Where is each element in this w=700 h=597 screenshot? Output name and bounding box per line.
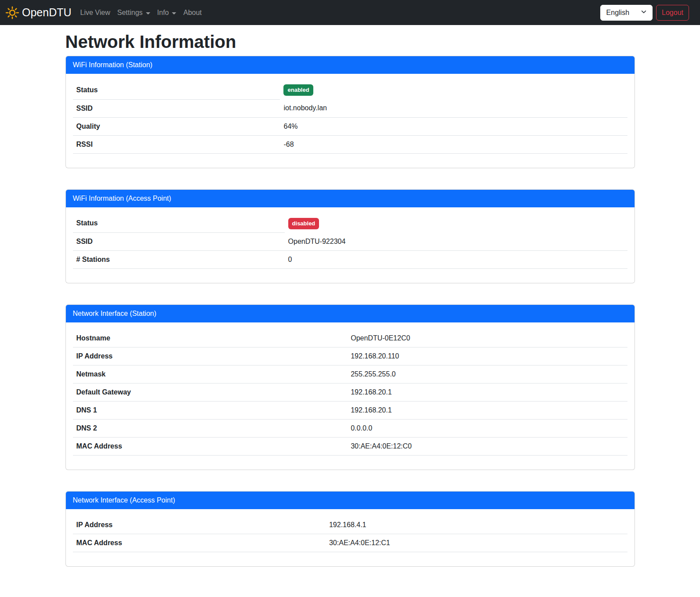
row-value: OpenDTU-0E12C0 <box>347 329 627 347</box>
row-value: disabled <box>285 214 627 233</box>
card-wifi-access-point: WiFi Information (Access Point) Status d… <box>65 189 635 284</box>
wifi-station-table: Status enabled SSID iot.nobody.lan Quali… <box>73 81 627 154</box>
card-wifi-station-header: WiFi Information (Station) <box>66 56 635 74</box>
table-row-rssi: RSSI -68 <box>73 135 627 153</box>
caret-down-icon <box>172 12 176 14</box>
language-select[interactable]: English <box>600 5 653 21</box>
brand[interactable]: OpenDTU <box>5 6 72 20</box>
table-row-status: Status enabled <box>73 81 627 99</box>
nav-item-label: Settings <box>117 9 143 17</box>
table-row-status: Status disabled <box>73 214 627 233</box>
nav-item-label: About <box>183 9 202 17</box>
chevron-down-icon <box>641 9 647 17</box>
row-value: -68 <box>280 135 627 153</box>
row-label: DNS 1 <box>73 402 348 420</box>
page-title: Network Information <box>65 31 635 52</box>
card-body: Hostname OpenDTU-0E12C0 IP Address 192.1… <box>66 322 635 470</box>
table-row-default-gateway: Default Gateway 192.168.20.1 <box>73 384 627 402</box>
nav-item-label: Live View <box>80 9 110 17</box>
row-value: 30:AE:A4:0E:12:C1 <box>326 534 627 552</box>
card-network-interface-station: Network Interface (Station) Hostname Ope… <box>65 304 635 470</box>
card-body: Status disabled SSID OpenDTU-922304 # St… <box>66 207 635 283</box>
row-label: Status <box>73 81 280 99</box>
row-value: 0 <box>285 251 627 269</box>
nav-item-info[interactable]: Info <box>154 5 180 20</box>
row-value: 192.168.20.110 <box>347 347 627 365</box>
nav-links: Live View Settings Info About <box>77 5 206 20</box>
row-label: DNS 2 <box>73 420 348 438</box>
logout-button[interactable]: Logout <box>656 5 689 21</box>
row-label: MAC Address <box>73 534 326 552</box>
table-row-stations: # Stations 0 <box>73 251 627 269</box>
table-row-ssid: SSID iot.nobody.lan <box>73 99 627 117</box>
card-body: Status enabled SSID iot.nobody.lan Quali… <box>66 74 635 168</box>
row-label: IP Address <box>73 516 326 534</box>
card-network-interface-access-point: Network Interface (Access Point) IP Addr… <box>65 491 635 567</box>
row-value: OpenDTU-922304 <box>285 233 627 251</box>
row-label: Default Gateway <box>73 384 348 402</box>
row-value: 255.255.255.0 <box>347 365 627 384</box>
network-interface-station-table: Hostname OpenDTU-0E12C0 IP Address 192.1… <box>73 329 627 456</box>
table-row-ssid: SSID OpenDTU-922304 <box>73 233 627 251</box>
card-wifi-access-point-header: WiFi Information (Access Point) <box>66 190 635 207</box>
main-content: Network Information WiFi Information (St… <box>60 31 640 567</box>
nav-item-settings[interactable]: Settings <box>114 5 154 20</box>
row-value: enabled <box>280 81 627 99</box>
row-label: Status <box>73 214 285 233</box>
row-label: Netmask <box>73 365 348 384</box>
table-row-ip-address: IP Address 192.168.20.110 <box>73 347 627 365</box>
table-row-ip-address: IP Address 192.168.4.1 <box>73 516 627 534</box>
row-value: 0.0.0.0 <box>347 420 627 438</box>
navbar: OpenDTU Live View Settings Info About En… <box>0 0 700 25</box>
wifi-access-point-table: Status disabled SSID OpenDTU-922304 # St… <box>73 214 627 269</box>
network-interface-access-point-table: IP Address 192.168.4.1 MAC Address 30:AE… <box>73 516 627 552</box>
row-value: 30:AE:A4:0E:12:C0 <box>347 438 627 456</box>
card-network-interface-station-header: Network Interface (Station) <box>66 305 635 322</box>
status-badge: disabled <box>288 218 319 229</box>
navbar-right-group: English Logout <box>600 5 689 21</box>
row-label: SSID <box>73 99 280 117</box>
card-body: IP Address 192.168.4.1 MAC Address 30:AE… <box>66 509 635 566</box>
row-label: SSID <box>73 233 285 251</box>
brand-label: OpenDTU <box>22 6 72 19</box>
table-row-dns2: DNS 2 0.0.0.0 <box>73 420 627 438</box>
navbar-inner: OpenDTU Live View Settings Info About En… <box>0 5 700 21</box>
row-value: iot.nobody.lan <box>280 99 627 117</box>
table-row-hostname: Hostname OpenDTU-0E12C0 <box>73 329 627 347</box>
row-value: 192.168.20.1 <box>347 402 627 420</box>
card-network-interface-access-point-header: Network Interface (Access Point) <box>66 492 635 509</box>
table-row-mac-address: MAC Address 30:AE:A4:0E:12:C1 <box>73 534 627 552</box>
card-wifi-station: WiFi Information (Station) Status enable… <box>65 56 635 168</box>
row-label: MAC Address <box>73 438 348 456</box>
nav-item-about[interactable]: About <box>180 5 205 20</box>
row-value: 192.168.4.1 <box>326 516 627 534</box>
table-row-mac-address: MAC Address 30:AE:A4:0E:12:C0 <box>73 438 627 456</box>
status-badge: enabled <box>283 84 313 96</box>
nav-item-label: Info <box>157 9 169 17</box>
row-label: # Stations <box>73 251 285 269</box>
table-row-quality: Quality 64% <box>73 117 627 135</box>
row-value: 64% <box>280 117 627 135</box>
row-value: 192.168.20.1 <box>347 384 627 402</box>
caret-down-icon <box>146 12 150 14</box>
table-row-dns1: DNS 1 192.168.20.1 <box>73 402 627 420</box>
row-label: RSSI <box>73 135 280 153</box>
language-selected-value: English <box>606 9 629 17</box>
table-row-netmask: Netmask 255.255.255.0 <box>73 365 627 384</box>
nav-item-live-view[interactable]: Live View <box>77 5 114 20</box>
row-label: Hostname <box>73 329 348 347</box>
row-label: Quality <box>73 117 280 135</box>
sun-logo-icon <box>5 6 19 20</box>
row-label: IP Address <box>73 347 348 365</box>
